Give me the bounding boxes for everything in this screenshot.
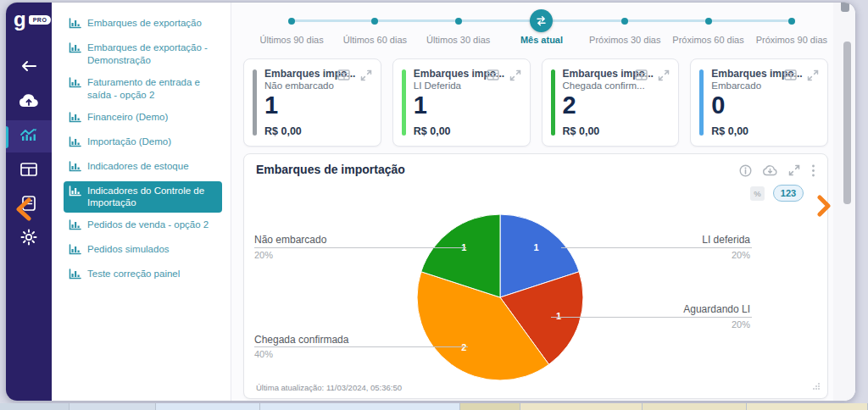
sidebar-item-label: Pedidos de venda - opção 2 [87, 219, 209, 231]
leader-line [254, 346, 468, 347]
logo-g-icon: g [14, 10, 26, 29]
analytics-icon [19, 128, 38, 145]
timeline-step[interactable]: Próximos 90 dias [750, 7, 833, 47]
card-value: 0 [711, 93, 821, 118]
card-accent-bar [699, 69, 704, 136]
expand-icon[interactable] [788, 164, 800, 177]
swap-arrows-icon [530, 9, 553, 32]
table-icon[interactable] [487, 69, 499, 81]
sidebar-item-label: Financeiro (Demo) [87, 111, 168, 124]
sidebar-item-label: Importação (Demo) [87, 136, 171, 148]
sidebar-item-label: Indicadores de estoque [87, 160, 189, 173]
sidebar-item[interactable]: Teste correção painel [64, 264, 222, 286]
timeline-step[interactable]: Últimos 30 dias [417, 7, 500, 47]
cloud-upload-icon [19, 93, 39, 111]
leader-line [551, 317, 752, 318]
sidebar-item[interactable]: Pedidos de venda - opção 2 [64, 215, 222, 237]
timeline-step[interactable]: Próximos 60 dias [666, 7, 749, 47]
sidebar-item[interactable]: Pedidos simulados [64, 240, 222, 262]
pie-chart-panel: Embarques de importação % 123 1121 Não e… [243, 153, 828, 399]
panel-resize-handle[interactable] [812, 379, 821, 394]
leader-line [254, 247, 466, 248]
period-dot [371, 18, 378, 25]
timeline-step-label: Próximos 30 dias [589, 35, 660, 45]
sidebar-item[interactable]: Indicadores do Controle de Importação [64, 181, 222, 213]
period-dot [371, 7, 378, 35]
card-accent-bar [551, 69, 555, 136]
timeline-step[interactable]: Mês atual [500, 7, 583, 47]
expand-icon[interactable] [360, 69, 372, 81]
table-icon [20, 163, 37, 180]
leader-line [561, 247, 752, 248]
card-amount: R$ 0,00 [414, 125, 451, 137]
sidebar-item[interactable]: Faturamento de entrada e saída - opção 2 [64, 73, 222, 105]
card-value: 2 [563, 93, 672, 118]
kpi-card[interactable]: Embarques impo...Chegada confirm...2R$ 0… [542, 58, 680, 147]
settings-gear-icon [20, 229, 37, 249]
next-page-chevron-icon[interactable] [815, 192, 833, 223]
app-window: g PRO Embarques de exportaçãoEmbarques d… [5, 2, 856, 402]
period-dot [705, 18, 712, 25]
rail-item-settings-gear[interactable] [6, 223, 52, 255]
sidebar-item[interactable]: Importação (Demo) [64, 132, 222, 154]
sidebar-item-label: Pedidos simulados [87, 243, 170, 256]
info-icon[interactable] [739, 164, 752, 177]
card-value: 1 [264, 93, 374, 118]
rail-item-cloud-upload[interactable] [6, 86, 52, 118]
card-subtitle: LI Deferida [414, 80, 523, 91]
expand-icon[interactable] [658, 69, 670, 81]
card-subtitle: Chegada confirm... [563, 80, 672, 91]
rail-item-analytics[interactable] [6, 120, 52, 152]
kpi-card[interactable]: Embarques impo...Embarcado0R$ 0,00 [690, 58, 828, 147]
kpi-card[interactable]: Embarques impo...Não embarcado1R$ 0,00 [243, 58, 381, 147]
card-amount: R$ 0,00 [711, 125, 748, 137]
timeline-step-label: Mês atual [520, 35, 563, 45]
bar-chart-icon [69, 185, 81, 200]
bar-chart-icon [69, 42, 81, 57]
expand-icon[interactable] [807, 69, 819, 81]
card-amount: R$ 0,00 [264, 125, 302, 137]
timeline-step-label: Últimos 60 dias [343, 35, 407, 45]
card-subtitle: Não embarcado [264, 80, 374, 91]
sidebar-item[interactable]: Embarques de exportação - Demonstração [64, 38, 222, 70]
vertical-scrollbar-thumb[interactable] [843, 42, 851, 204]
last-update-text: Última atualização: 11/03/2024, 05:36:50 [256, 383, 402, 392]
table-icon[interactable] [337, 69, 350, 81]
expand-icon[interactable] [509, 69, 521, 81]
bar-chart-icon [69, 76, 81, 91]
pro-badge: PRO [29, 15, 52, 25]
table-icon[interactable] [784, 69, 797, 81]
sidebar-item[interactable]: Embarques de exportação [64, 14, 222, 36]
scrollbar-top-cap[interactable] [841, 3, 849, 12]
timeline-step[interactable]: Últimos 90 dias [250, 7, 333, 47]
pie-chart[interactable]: 1121 [417, 214, 583, 384]
card-icons [337, 69, 372, 81]
bottom-strip [0, 403, 868, 410]
pie-percent-li-deferida: 20% [732, 250, 750, 260]
active-period-dot [530, 7, 553, 35]
svg-text:1: 1 [534, 242, 539, 252]
collapse-menu-chevron-icon[interactable] [13, 196, 35, 226]
pie-label-nao-embarcado: Não embarcado [254, 234, 326, 246]
timeline-step[interactable]: Próximos 30 dias [583, 7, 666, 47]
main-content: Últimos 90 diasÚltimos 60 diasÚltimos 30… [231, 3, 855, 401]
cloud-download-icon[interactable] [763, 164, 777, 177]
rail-item-table[interactable] [6, 155, 52, 187]
timeline-step-label: Últimos 90 dias [260, 35, 324, 45]
pie-percent-aguardando-li: 20% [732, 319, 750, 330]
timeline-step[interactable]: Últimos 60 dias [333, 7, 416, 47]
period-dot [788, 18, 795, 25]
card-icons [784, 69, 819, 81]
table-icon[interactable] [635, 69, 648, 81]
sidebar-item[interactable]: Financeiro (Demo) [64, 108, 222, 130]
sidebar-item-label: Teste correção painel [87, 268, 180, 280]
card-subtitle: Embarcado [711, 80, 821, 91]
kpi-card[interactable]: Embarques impo...LI Deferida1R$ 0,00 [392, 58, 531, 147]
bar-chart-icon [69, 268, 81, 283]
number-toggle-button[interactable]: 123 [773, 185, 804, 202]
kebab-menu-icon[interactable] [811, 164, 815, 177]
rail-item-back-arrow[interactable] [6, 52, 52, 84]
brand-logo[interactable]: g PRO [14, 10, 51, 29]
sidebar-item[interactable]: Indicadores de estoque [64, 157, 222, 179]
percent-toggle-button[interactable]: % [750, 186, 765, 201]
